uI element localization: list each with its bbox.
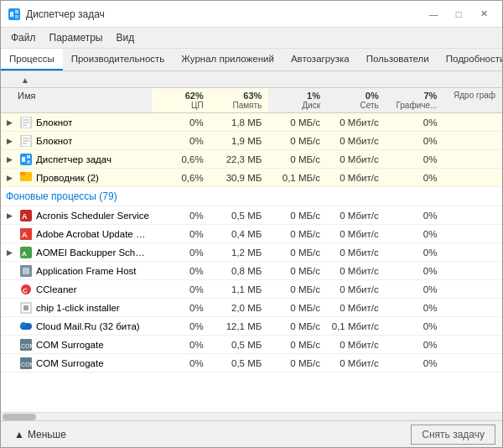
process-name-col: chip 1-click installer	[18, 300, 152, 316]
close-button[interactable]: ✕	[472, 6, 495, 23]
process-cpu: 0%	[152, 340, 210, 350]
tab-details[interactable]: Подробности	[438, 49, 502, 70]
expand-button[interactable]: ▶	[1, 155, 18, 164]
expand-button[interactable]: ▶	[1, 118, 18, 127]
process-disk: 0 МБ/с	[268, 229, 327, 239]
menu-parameters[interactable]: Параметры	[43, 29, 110, 46]
expand-button[interactable]: ▶	[1, 248, 18, 257]
end-task-button[interactable]: Снять задачу	[411, 425, 495, 445]
process-gpu: 0%	[386, 321, 444, 331]
svg-rect-15	[27, 160, 30, 164]
process-icon	[19, 320, 33, 333]
minimize-button[interactable]: —	[422, 6, 445, 23]
col-disk-header[interactable]: 1% Диск	[268, 88, 327, 112]
table-row[interactable]: ▶ A Acronis Scheduler Service 0% 0,5 МБ …	[1, 206, 502, 225]
process-network: 0 Мбит/с	[327, 173, 386, 183]
table-row[interactable]: ▶ Проводник (2) 0,6% 30,9 МБ 0,1 МБ/с 0 …	[1, 169, 502, 187]
table-row[interactable]: ▶ A AOMEI Backupper Schedule tas... 0% 1…	[1, 243, 502, 262]
tab-performance[interactable]: Производительность	[63, 49, 174, 70]
process-name-col: Блокнот	[18, 133, 152, 149]
table-row[interactable]: A Adobe Acrobat Update Service (... 0% 0…	[1, 225, 502, 243]
col-mem-header[interactable]: 63% Память	[210, 88, 269, 112]
expand-button[interactable]: ▶	[1, 211, 18, 220]
process-name-col: Application Frame Host	[18, 263, 152, 279]
col-gpu-engine-header[interactable]: Ядро граф	[443, 88, 502, 112]
table-row[interactable]: Cloud Mail.Ru (32 бита) 0% 12,1 МБ 0 МБ/…	[1, 317, 502, 336]
tab-users[interactable]: Пользователи	[358, 49, 438, 70]
col-net-header[interactable]: 0% Сеть	[327, 88, 386, 112]
tab-processes[interactable]: Процессы	[1, 49, 63, 70]
process-name-col: A AOMEI Backupper Schedule tas...	[18, 244, 152, 261]
process-cpu: 0,6%	[152, 173, 210, 183]
process-memory: 0,4 МБ	[210, 229, 269, 239]
process-name: Cloud Mail.Ru (32 бита)	[36, 321, 140, 331]
tab-app-history[interactable]: Журнал приложений	[173, 49, 283, 70]
table-row[interactable]: COM COM Surrogate 0% 0,5 МБ 0 МБ/с 0 Мби…	[1, 336, 502, 354]
horizontal-scrollbar[interactable]	[1, 412, 502, 420]
process-cpu: 0,6%	[152, 154, 210, 164]
process-network: 0 Мбит/с	[327, 229, 386, 239]
background-section-label: Фоновые процессы (79)	[6, 190, 117, 202]
svg-rect-13	[22, 157, 25, 162]
table-row[interactable]: ▶ Блокнот 0% 1,8 МБ 0 МБ/с 0 Мбит/с 0%	[1, 113, 502, 132]
process-name-col: Cloud Mail.Ru (32 бита)	[18, 318, 152, 335]
process-network: 0 Мбит/с	[327, 136, 386, 146]
table-row[interactable]: chip 1-click installer 0% 2,0 МБ 0 МБ/с …	[1, 299, 502, 317]
process-disk: 0 МБ/с	[268, 321, 327, 331]
process-memory: 0,5 МБ	[210, 340, 269, 350]
process-icon: A	[19, 209, 33, 222]
horiz-scroll-thumb[interactable]	[3, 414, 36, 420]
process-gpu: 0%	[386, 154, 444, 164]
process-memory: 1,1 МБ	[210, 284, 269, 294]
process-name: Adobe Acrobat Update Service (...	[36, 229, 150, 239]
process-name-col: COM COM Surrogate	[18, 336, 152, 353]
window-controls: — □ ✕	[422, 6, 495, 23]
process-network: 0 Мбит/с	[327, 284, 386, 294]
process-network: 0 Мбит/с	[327, 154, 386, 164]
process-disk: 0 МБ/с	[268, 303, 327, 313]
process-network: 0 Мбит/с	[327, 211, 386, 221]
svg-rect-14	[27, 155, 30, 159]
svg-rect-17	[20, 172, 25, 175]
process-icon: COM	[19, 338, 33, 352]
process-cpu: 0%	[152, 321, 210, 331]
process-disk: 0 МБ/с	[268, 117, 327, 128]
process-memory: 30,9 МБ	[210, 173, 269, 183]
process-memory: 2,0 МБ	[210, 303, 269, 313]
process-cpu: 0%	[152, 247, 210, 258]
process-icon	[19, 153, 33, 166]
col-name-header[interactable]: Имя	[1, 88, 152, 112]
table-row[interactable]: Application Frame Host 0% 0,8 МБ 0 МБ/с …	[1, 262, 502, 280]
menu-view[interactable]: Вид	[109, 29, 141, 46]
process-gpu: 0%	[386, 266, 444, 276]
table-row[interactable]: C CCleaner 0% 1,1 МБ 0 МБ/с 0 Мбит/с 0%	[1, 280, 502, 299]
table-row[interactable]: ▶ Блокнот 0% 1,9 МБ 0 МБ/с 0 Мбит/с 0%	[1, 132, 502, 150]
process-disk: 0 МБ/с	[268, 211, 327, 221]
process-icon: COM	[19, 357, 33, 370]
bottom-bar: ▲ Меньше Снять задачу	[1, 420, 502, 447]
col-gpu-header[interactable]: 7% Графиче...	[386, 88, 444, 112]
app-icon	[8, 8, 21, 21]
less-button[interactable]: ▲ Меньше	[8, 425, 73, 444]
process-cpu: 0%	[152, 266, 210, 276]
maximize-button[interactable]: □	[447, 6, 470, 23]
table-row[interactable]: ▶ Диспетчер задач 0,6% 22,3 МБ 0 МБ/с 0 …	[1, 150, 502, 169]
process-memory: 0,5 МБ	[210, 211, 269, 221]
process-disk: 0 МБ/с	[268, 136, 327, 146]
process-name-col: A Acronis Scheduler Service	[18, 207, 152, 224]
expand-button[interactable]: ▶	[1, 174, 18, 182]
process-icon	[19, 301, 33, 315]
table-row[interactable]: COM COM Surrogate 0% 0,5 МБ 0 МБ/с 0 Мби…	[1, 354, 502, 372]
menu-file[interactable]: Файл	[4, 29, 43, 46]
svg-rect-1	[10, 12, 13, 17]
process-icon: A	[19, 246, 33, 259]
process-memory: 1,9 МБ	[210, 136, 269, 146]
task-manager-window: Диспетчер задач — □ ✕ Файл Параметры Вид…	[0, 0, 503, 448]
svg-text:A: A	[22, 212, 28, 221]
col-cpu-header[interactable]: 62% ЦП	[152, 88, 210, 112]
expand-button[interactable]: ▶	[1, 137, 18, 145]
process-disk: 0 МБ/с	[268, 266, 327, 276]
process-cpu: 0%	[152, 136, 210, 146]
tab-startup[interactable]: Автозагрузка	[283, 49, 358, 70]
svg-text:A: A	[22, 231, 28, 239]
